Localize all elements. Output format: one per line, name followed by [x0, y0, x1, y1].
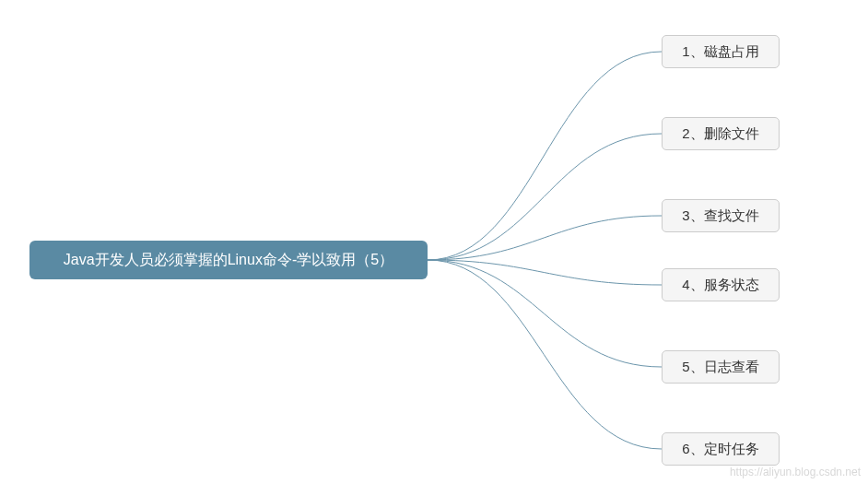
child-node-disk-usage[interactable]: 1、磁盘占用: [662, 35, 780, 68]
child-node-label: 6、定时任务: [682, 441, 758, 458]
child-node-label: 2、删除文件: [682, 125, 758, 143]
watermark-text: https://aliyun.blog.csdn.net: [730, 466, 861, 478]
child-node-service-status[interactable]: 4、服务状态: [662, 268, 780, 301]
child-node-find-file[interactable]: 3、查找文件: [662, 199, 780, 232]
child-node-label: 1、磁盘占用: [682, 43, 758, 61]
child-node-log-view[interactable]: 5、日志查看: [662, 350, 780, 384]
central-topic-node[interactable]: Java开发人员必须掌握的Linux命令-学以致用（5）: [29, 241, 428, 279]
child-node-label: 5、日志查看: [682, 359, 758, 376]
central-topic-label: Java开发人员必须掌握的Linux命令-学以致用（5）: [64, 251, 393, 270]
child-node-delete-file[interactable]: 2、删除文件: [662, 117, 780, 150]
child-node-label: 3、查找文件: [682, 207, 758, 225]
child-node-label: 4、服务状态: [682, 277, 758, 294]
child-node-cron-task[interactable]: 6、定时任务: [662, 432, 780, 466]
